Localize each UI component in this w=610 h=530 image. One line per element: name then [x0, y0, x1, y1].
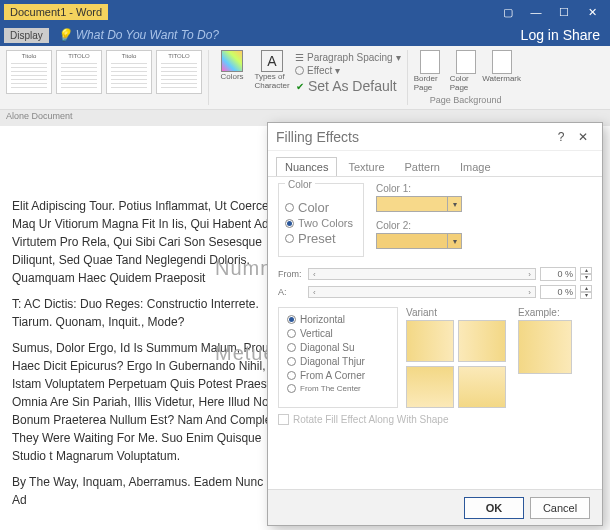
- fonts-icon[interactable]: A: [261, 50, 283, 72]
- spin-up-icon[interactable]: ▴: [580, 285, 592, 292]
- variant-preview-2[interactable]: [458, 320, 506, 362]
- colors-label: Colors: [220, 72, 243, 81]
- radio-from-corner[interactable]: From A Corner: [287, 370, 389, 381]
- spin-down-icon[interactable]: ▾: [580, 274, 592, 281]
- transparency-to-value[interactable]: 0 %: [540, 285, 576, 299]
- radio-from-center[interactable]: From The Center: [287, 384, 389, 393]
- colors-icon[interactable]: [221, 50, 243, 72]
- lightbulb-icon: 💡: [57, 28, 72, 42]
- variant-group-label: Variant: [406, 307, 506, 318]
- app-title: Document1 - Word: [4, 4, 108, 20]
- color1-label: Color 1:: [376, 183, 462, 194]
- variant-preview-3[interactable]: [406, 366, 454, 408]
- document-body[interactable]: Elit Adipiscing Tour. Potius Inflammat, …: [0, 127, 310, 529]
- spin-up-icon[interactable]: ▴: [580, 267, 592, 274]
- ok-button[interactable]: OK: [464, 497, 524, 519]
- color2-picker[interactable]: ▾: [376, 233, 462, 249]
- color1-picker[interactable]: ▾: [376, 196, 462, 212]
- radio-diagonal-up[interactable]: Diagonal Su: [287, 342, 389, 353]
- page-border-icon[interactable]: [420, 50, 440, 74]
- transparency-from-label: From:: [278, 269, 304, 279]
- doc-paragraph: By The Way, Inquam, Aberramus. Eadem Nun…: [12, 473, 298, 509]
- login-link[interactable]: Log in: [521, 27, 559, 43]
- color-group-label: Color: [285, 179, 315, 190]
- effects-button[interactable]: Effect ▾: [295, 65, 401, 76]
- chevron-left-icon[interactable]: ‹: [313, 270, 316, 279]
- chevron-down-icon[interactable]: ▾: [447, 234, 461, 248]
- fill-effects-dialog: Filling Effects ? ✕ Nuances Texture Patt…: [267, 122, 603, 526]
- fonts-label: Types of Character: [254, 72, 289, 90]
- share-button[interactable]: Share: [563, 27, 600, 43]
- ribbon-collapse-icon[interactable]: ▢: [494, 0, 522, 24]
- transparency-to-slider[interactable]: ‹›: [308, 286, 536, 298]
- variant-preview-1[interactable]: [406, 320, 454, 362]
- rotate-checkbox[interactable]: [278, 414, 289, 425]
- example-preview: [518, 320, 572, 374]
- example-label: Example:: [518, 307, 572, 318]
- radio-one-color[interactable]: Color: [285, 200, 353, 215]
- color2-label: Color 2:: [376, 220, 462, 231]
- chevron-down-icon[interactable]: ▾: [447, 197, 461, 211]
- spin-down-icon[interactable]: ▾: [580, 292, 592, 299]
- tab-texture[interactable]: Texture: [339, 157, 393, 176]
- doc-style-thumb[interactable]: TITOLO: [56, 50, 102, 94]
- tab-nuances[interactable]: Nuances: [276, 157, 337, 176]
- tell-me-placeholder: What Do You Want To Do?: [76, 28, 219, 42]
- rotate-label: Rotate Fill Effect Along With Shape: [293, 414, 448, 425]
- radio-two-colors[interactable]: Two Colors: [285, 217, 353, 229]
- close-icon[interactable]: ✕: [578, 0, 606, 24]
- chevron-right-icon[interactable]: ›: [528, 270, 531, 279]
- minimize-icon[interactable]: ―: [522, 0, 550, 24]
- cancel-button[interactable]: Cancel: [530, 497, 590, 519]
- help-icon[interactable]: ?: [550, 130, 572, 144]
- radio-horizontal[interactable]: Horizontal: [287, 314, 389, 325]
- chevron-left-icon[interactable]: ‹: [313, 288, 316, 297]
- radio-preset[interactable]: Preset: [285, 231, 353, 246]
- tab-pattern[interactable]: Pattern: [396, 157, 449, 176]
- tab-image[interactable]: Image: [451, 157, 500, 176]
- paragraph-spacing-button[interactable]: ☰ Paragraph Spacing ▾: [295, 52, 401, 63]
- doc-paragraph: Sumus, Dolor Ergo, Id Is Summum Malum, P…: [12, 339, 298, 465]
- variant-preview-4[interactable]: [458, 366, 506, 408]
- maximize-icon[interactable]: ☐: [550, 0, 578, 24]
- transparency-from-value[interactable]: 0 %: [540, 267, 576, 281]
- doc-style-thumb[interactable]: TITOLO: [156, 50, 202, 94]
- doc-paragraph: T: AC Dictis: Duo Reges: Constructio Int…: [12, 295, 298, 331]
- dialog-title: Filling Effects: [276, 129, 359, 145]
- close-dialog-icon[interactable]: ✕: [572, 130, 594, 144]
- display-tab[interactable]: Display: [4, 28, 49, 43]
- transparency-to-label: A:: [278, 287, 304, 297]
- radio-vertical[interactable]: Vertical: [287, 328, 389, 339]
- doc-paragraph: Elit Adipiscing Tour. Potius Inflammat, …: [12, 197, 298, 287]
- doc-style-thumb[interactable]: Titolo: [106, 50, 152, 94]
- watermark-icon[interactable]: [492, 50, 512, 74]
- set-default-button[interactable]: ✔ Set As Default: [295, 78, 401, 94]
- chevron-right-icon[interactable]: ›: [528, 288, 531, 297]
- tell-me-search[interactable]: 💡 What Do You Want To Do?: [57, 28, 219, 42]
- transparency-from-slider[interactable]: ‹›: [308, 268, 536, 280]
- radio-diagonal-down[interactable]: Diagonal Thjur: [287, 356, 389, 367]
- doc-style-thumb[interactable]: Titolo: [6, 50, 52, 94]
- page-bg-group-label: Page Background: [430, 95, 502, 105]
- page-color-icon[interactable]: [456, 50, 476, 74]
